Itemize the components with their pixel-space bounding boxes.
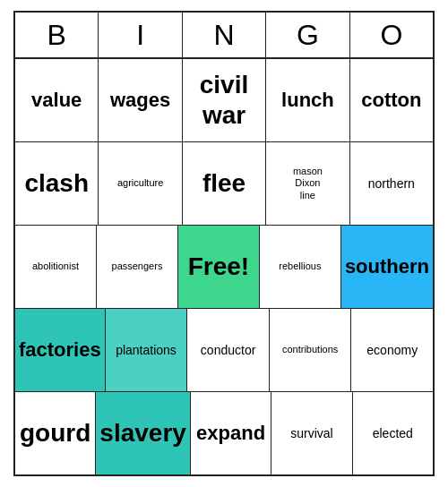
cell-2-2: Free! [178, 226, 260, 308]
cell-0-1: wages [99, 59, 182, 141]
cell-4-2: expand [191, 392, 271, 474]
cell-4-4: elected [353, 392, 433, 474]
cell-1-4: northern [350, 142, 433, 225]
header-cell-B: B [15, 13, 99, 57]
cell-4-3: survival [271, 392, 352, 474]
cell-3-1: plantations [106, 309, 188, 391]
cell-0-0: value [15, 59, 99, 141]
cell-0-4: cotton [350, 59, 433, 141]
grid-row-1: clashagriculturefleemasonDixonlinenorthe… [15, 142, 433, 226]
cell-1-0: clash [15, 142, 99, 225]
grid-row-0: valuewagescivilwarlunchcotton [15, 59, 433, 142]
cell-2-0: abolitionist [15, 226, 97, 308]
cell-1-1: agriculture [99, 142, 182, 225]
header-cell-N: N [183, 13, 266, 57]
cell-3-0: factories [15, 309, 106, 391]
header-cell-O: O [350, 13, 433, 57]
cell-4-0: gourd [15, 392, 96, 474]
cell-0-3: lunch [266, 59, 349, 141]
cell-2-3: rebellious [260, 226, 341, 308]
cell-3-3: contributions [270, 309, 352, 391]
cell-4-1: slavery [96, 392, 191, 474]
bingo-card: BINGO valuewagescivilwarlunchcottonclash… [13, 11, 435, 476]
cell-2-4: southern [341, 226, 433, 308]
grid-row-4: gourdslaveryexpandsurvivalelected [15, 392, 433, 474]
grid-row-2: abolitionistpassengersFree!rebellioussou… [15, 226, 433, 309]
header-cell-G: G [266, 13, 349, 57]
cell-1-3: masonDixonline [266, 142, 349, 225]
header-cell-I: I [99, 13, 182, 57]
cell-3-2: conductor [187, 309, 270, 391]
header-row: BINGO [15, 13, 433, 59]
grid-row-3: factoriesplantationsconductorcontributio… [15, 309, 433, 392]
cell-0-2: civilwar [183, 59, 266, 141]
grid: valuewagescivilwarlunchcottonclashagricu… [15, 59, 433, 474]
cell-3-4: economy [351, 309, 433, 391]
cell-2-1: passengers [97, 226, 178, 308]
cell-1-2: flee [183, 142, 266, 225]
